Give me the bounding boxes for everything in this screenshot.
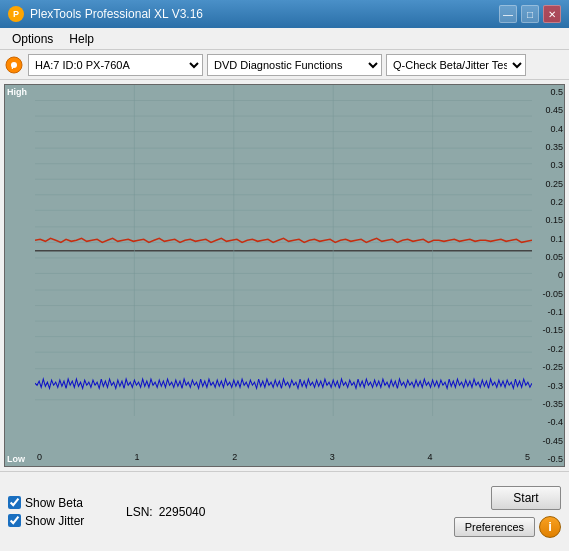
chart-right-labels: 0.5 0.45 0.4 0.35 0.3 0.25 0.2 0.15 0.1 … xyxy=(532,85,564,466)
chart-label-low: Low xyxy=(7,454,33,464)
lsn-label: LSN: xyxy=(126,505,153,519)
app-icon: P xyxy=(8,6,24,22)
prefs-info-row: Preferences i xyxy=(454,516,561,538)
menu-options[interactable]: Options xyxy=(4,30,61,48)
checkboxes-area: Show Beta Show Jitter xyxy=(8,496,118,528)
close-button[interactable]: ✕ xyxy=(543,5,561,23)
lsn-value: 2295040 xyxy=(159,505,206,519)
main-area: High Low 0.5 0.45 0.4 0.35 0.3 0.25 0.2 … xyxy=(0,80,569,551)
start-button[interactable]: Start xyxy=(491,486,561,510)
function-select[interactable]: DVD Diagnostic Functions xyxy=(207,54,382,76)
minimize-button[interactable]: — xyxy=(499,5,517,23)
chart-label-high: High xyxy=(7,87,33,97)
chart-container: High Low 0.5 0.45 0.4 0.35 0.3 0.25 0.2 … xyxy=(4,84,565,467)
chart-svg xyxy=(35,85,532,416)
chart-bottom-labels: 0 1 2 3 4 5 xyxy=(35,452,532,466)
preferences-button[interactable]: Preferences xyxy=(454,517,535,537)
show-jitter-label: Show Jitter xyxy=(25,514,84,528)
info-button[interactable]: i xyxy=(539,516,561,538)
maximize-button[interactable]: □ xyxy=(521,5,539,23)
show-jitter-checkbox[interactable] xyxy=(8,514,21,527)
window-title: PlexTools Professional XL V3.16 xyxy=(30,7,203,21)
bottom-panel: Show Beta Show Jitter LSN: 2295040 Start… xyxy=(0,471,569,551)
toolbar: P HA:7 ID:0 PX-760A DVD Diagnostic Funct… xyxy=(0,50,569,80)
title-left: P PlexTools Professional XL V3.16 xyxy=(8,6,203,22)
show-beta-row: Show Beta xyxy=(8,496,118,510)
test-select[interactable]: Q-Check Beta/Jitter Test xyxy=(386,54,526,76)
title-controls: — □ ✕ xyxy=(499,5,561,23)
device-icon: P xyxy=(4,55,24,75)
show-beta-checkbox[interactable] xyxy=(8,496,21,509)
show-beta-label: Show Beta xyxy=(25,496,83,510)
chart-left-labels: High Low xyxy=(5,85,35,466)
menu-bar: Options Help xyxy=(0,28,569,50)
title-bar: P PlexTools Professional XL V3.16 — □ ✕ xyxy=(0,0,569,28)
show-jitter-row: Show Jitter xyxy=(8,514,118,528)
right-buttons: Start Preferences i xyxy=(454,486,561,538)
device-select[interactable]: HA:7 ID:0 PX-760A xyxy=(28,54,203,76)
svg-text:P: P xyxy=(11,62,17,71)
lsn-area: LSN: 2295040 xyxy=(126,505,446,519)
menu-help[interactable]: Help xyxy=(61,30,102,48)
